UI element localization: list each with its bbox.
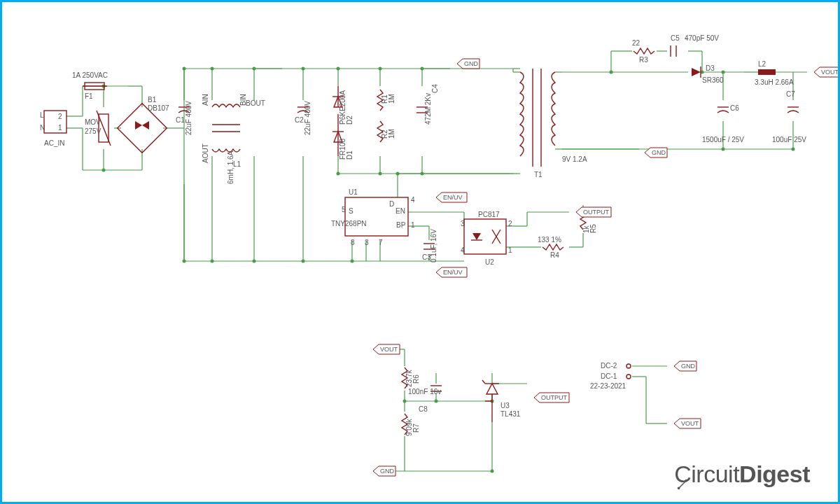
c5-value: 470pF 50V [685, 34, 719, 42]
inductor-l2 [758, 69, 776, 75]
l2-value: 3.3uH 2.66A [755, 78, 794, 86]
r4-value: 133 1% [538, 236, 561, 244]
svg-text:AOUT: AOUT [202, 144, 209, 163]
svg-text:2: 2 [508, 220, 512, 227]
cap-c5 [671, 46, 676, 57]
svg-point-182 [626, 374, 631, 379]
svg-text:1: 1 [508, 246, 512, 254]
c5-ref: C5 [671, 34, 680, 42]
u3-ref: U3 [500, 402, 510, 410]
svg-point-106 [722, 71, 725, 74]
l2-ref: L2 [758, 60, 766, 68]
d3-value: SR360 [702, 76, 724, 84]
svg-marker-123 [142, 121, 149, 130]
c4-ref: C4 [431, 84, 439, 93]
svg-text:4: 4 [411, 196, 415, 204]
svg-point-97 [421, 172, 424, 176]
r4-ref: R4 [550, 251, 559, 259]
netlabel-output: OUTPUT [534, 393, 569, 402]
mov-ref: MOV [85, 118, 101, 126]
t1-ref: T1 [534, 171, 542, 178]
svg-text:3: 3 [461, 220, 465, 227]
ic-u1 [345, 197, 408, 236]
svg-point-99 [211, 260, 214, 263]
svg-text:VOUT: VOUT [681, 420, 699, 427]
watermark-logo: CircuitDigest [668, 461, 810, 488]
svg-marker-122 [135, 121, 142, 130]
svg-text:N: N [40, 124, 45, 132]
svg-text:1: 1 [411, 221, 415, 229]
logo-part-b: Digest [739, 461, 810, 487]
svg-point-87 [102, 169, 106, 172]
netlabel-output: OUTPUT [576, 207, 611, 217]
r2-value: 1M [388, 129, 396, 139]
l1-value: 6mH, 1.6A [227, 150, 234, 184]
f1-ref: F1 [85, 92, 93, 100]
svg-text:5: 5 [342, 206, 346, 214]
svg-point-181 [626, 364, 631, 368]
cap-c6 [718, 107, 729, 113]
d1-ref: D1 [346, 150, 354, 160]
r5-ref: R5 [589, 224, 597, 233]
opto-u2 [464, 219, 506, 254]
netlabel-gnd: GND [674, 361, 696, 371]
svg-text:EN/UV: EN/UV [443, 194, 463, 201]
c6-ref: C6 [730, 104, 739, 112]
r3-value: 22 [632, 39, 640, 47]
svg-text:1: 1 [58, 124, 62, 132]
ac-in-ref: AC_IN [44, 139, 64, 147]
svg-point-102 [351, 260, 354, 263]
svg-text:GND: GND [380, 468, 395, 475]
svg-text:GND: GND [652, 149, 666, 156]
svg-point-108 [792, 148, 795, 151]
netlabel-vout: VOUT [814, 67, 840, 77]
svg-text:GND: GND [681, 363, 696, 370]
netlabel-en/uv: EN/UV [436, 267, 467, 277]
connector-ac-in [44, 111, 66, 133]
dc2-label: DC-2 [601, 362, 617, 370]
svg-point-101 [302, 260, 305, 263]
svg-point-92 [337, 67, 340, 71]
svg-text:D: D [389, 200, 394, 208]
svg-text:VOUT: VOUT [380, 346, 398, 353]
c3-ref: C3 [422, 253, 431, 261]
svg-text:VOUT: VOUT [821, 69, 839, 76]
b1-ref: B1 [148, 96, 157, 104]
svg-marker-170 [692, 68, 701, 76]
connector-dc-out [626, 364, 631, 379]
svg-point-89 [211, 67, 214, 71]
svg-text:BP: BP [396, 221, 406, 229]
svg-point-90 [253, 67, 256, 71]
jout-ref: 22-23-2021 [590, 382, 626, 390]
r7-ref: R7 [412, 424, 420, 433]
svg-text:S: S [349, 207, 354, 215]
u3-value: TL431 [500, 410, 521, 418]
choke-l1 [212, 104, 240, 152]
svg-text:4: 4 [461, 246, 465, 254]
svg-text:8: 8 [351, 239, 355, 246]
svg-line-207 [680, 482, 686, 488]
svg-text:L: L [40, 111, 44, 119]
svg-text:GND: GND [464, 60, 479, 67]
svg-text:2: 2 [58, 113, 62, 120]
svg-text:OUTPUT: OUTPUT [583, 209, 610, 216]
u1-ref: U1 [349, 188, 358, 196]
netlabel-gnd: GND [373, 466, 396, 476]
mov-value: 275V [85, 127, 102, 135]
svg-text:BOUT: BOUT [246, 99, 265, 107]
netlabel-vout: VOUT [674, 419, 701, 428]
u2-ref: U2 [485, 258, 494, 266]
c6-value: 1500uF / 25V [702, 136, 744, 144]
svg-point-94 [421, 67, 424, 71]
schematic-svg: L N 2 1 AC_IN 1A 250VAC F1 MOV 275V B1 D… [2, 2, 840, 504]
c8-value: 100nF 16v [408, 388, 441, 396]
svg-point-91 [302, 67, 305, 71]
netlabel-en/uv: EN/UV [436, 192, 467, 202]
svg-marker-160 [472, 233, 481, 240]
t1-value: 9V 1.2A [562, 155, 587, 163]
c2-ref: C2 [295, 116, 304, 124]
c1-value: 22uF 400V [185, 101, 192, 135]
u2-value: PC817 [478, 211, 500, 218]
res-r4 [542, 244, 564, 250]
c7-ref: C7 [786, 90, 795, 98]
